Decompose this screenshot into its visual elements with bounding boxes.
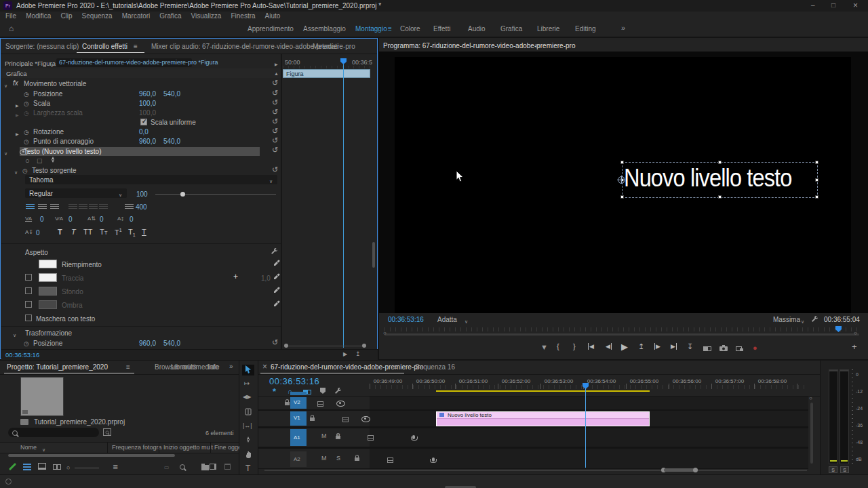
work-area-bar[interactable] <box>436 390 650 392</box>
stroke-eyedropper-icon[interactable] <box>273 273 280 281</box>
project-thumbnail[interactable] <box>20 377 64 416</box>
column-start[interactable]: Inizio oggetto mult <box>163 444 213 451</box>
baseline-shift-value[interactable]: 0 <box>36 229 40 237</box>
menu-visualizza[interactable]: Visualizza <box>191 12 222 20</box>
uniform-scale-checkbox[interactable] <box>140 119 147 125</box>
reset-rotation-icon[interactable] <box>272 127 278 136</box>
transform-position-x[interactable]: 960,0 <box>139 340 156 347</box>
all-caps-button[interactable]: TT <box>83 228 92 236</box>
text-layer-label[interactable]: Testo (Nuovo livello testo) <box>24 148 102 155</box>
slip-tool[interactable]: |↔| <box>243 422 252 429</box>
background-checkbox[interactable] <box>25 287 32 294</box>
workspace-overflow-icon[interactable] <box>621 24 625 32</box>
ellipse-tool-icon[interactable] <box>25 157 30 165</box>
v2-track-header[interactable]: V2 <box>290 397 307 409</box>
tab-libraries2[interactable]: Libraries <box>171 363 197 371</box>
anchor-x-value[interactable]: 960,0 <box>139 138 156 145</box>
meter-solo-left-button[interactable]: S <box>829 466 837 473</box>
a2-voiceover-mic-icon[interactable] <box>432 458 435 462</box>
motion-effect-label[interactable]: Movimento vettoriale <box>24 80 86 87</box>
reset-scale-width-icon[interactable] <box>272 108 278 117</box>
collapse-section-icon[interactable] <box>274 69 279 77</box>
background-color-swatch[interactable] <box>39 287 57 296</box>
justify-last-right-button[interactable] <box>89 204 98 210</box>
ecp-playhead-line[interactable] <box>343 64 344 348</box>
v1-track-header[interactable]: V1 <box>290 411 307 426</box>
align-right-button[interactable] <box>50 204 59 210</box>
v1-sync-lock-icon[interactable] <box>342 417 349 422</box>
tab-project[interactable]: Progetto: Tutorial_premiere_2020 <box>7 363 108 371</box>
faux-italic-button[interactable]: T <box>71 228 76 236</box>
ecp-play-effect-icon[interactable] <box>343 351 347 357</box>
faux-bold-button[interactable]: T <box>58 228 62 236</box>
handle-middle-right[interactable] <box>815 178 818 182</box>
pen-tool[interactable] <box>245 436 252 445</box>
ecp-zoom-handle-right[interactable] <box>362 344 366 348</box>
record-button[interactable]: ● <box>753 344 757 352</box>
a1-track-header[interactable]: A1 <box>290 429 307 446</box>
reset-transform-position-icon[interactable] <box>272 338 278 347</box>
export-frame-button[interactable] <box>719 344 728 352</box>
workspace-assemblaggio[interactable]: Assemblaggio <box>303 25 346 33</box>
program-zoom-select[interactable]: Adatta <box>437 316 457 323</box>
handle-top-left[interactable] <box>620 161 624 164</box>
a1-mute-button[interactable]: M <box>321 432 327 439</box>
justify-last-center-button[interactable] <box>79 204 87 210</box>
home-icon[interactable] <box>9 24 14 33</box>
tab-info[interactable]: Info <box>208 363 219 371</box>
program-current-timecode[interactable]: 00:36:53:16 <box>388 316 424 323</box>
mark-in-button[interactable]: { <box>557 342 559 350</box>
reset-position-icon[interactable] <box>272 89 278 98</box>
underline-button[interactable]: T <box>142 228 146 236</box>
tsume-value[interactable]: 0 <box>130 216 134 223</box>
ecp-mini-ruler[interactable] <box>283 66 370 68</box>
handle-bottom-left[interactable] <box>620 195 624 199</box>
a2-mute-button[interactable]: M <box>321 455 327 462</box>
motion-disclosure-icon[interactable] <box>4 81 7 89</box>
icon-view-button[interactable] <box>38 463 46 470</box>
font-size-slider[interactable] <box>155 194 276 195</box>
rectangle-tool-icon[interactable] <box>37 157 42 165</box>
tab-source-monitor[interactable]: Sorgente: (nessuna clip) <box>5 43 79 50</box>
tab-sequence-inactive[interactable]: Sequenza 16 <box>415 363 455 371</box>
search-bin-icon[interactable] <box>103 428 111 436</box>
background-eyedropper-icon[interactable] <box>273 287 280 295</box>
add-stroke-icon[interactable]: + <box>233 272 238 281</box>
a2-sync-lock-icon[interactable] <box>387 458 393 463</box>
menu-sequenza[interactable]: Sequenza <box>82 12 113 20</box>
timeline-clip[interactable]: Nuovo livello testo <box>436 411 650 426</box>
play-button[interactable]: ▶ <box>621 342 628 352</box>
scale-width-disclosure-icon[interactable] <box>16 110 19 118</box>
step-forward-button[interactable]: ▶ <box>654 343 660 350</box>
transform-position-stopwatch-icon[interactable] <box>24 340 29 347</box>
razor-tool[interactable] <box>245 408 252 417</box>
program-quality-select[interactable]: Massima <box>773 316 800 323</box>
menu-file[interactable]: File <box>5 12 16 20</box>
timeline-zoom-thumb[interactable] <box>664 468 695 472</box>
anchor-point-icon[interactable] <box>618 176 625 184</box>
menu-grafica[interactable]: Grafica <box>159 12 181 20</box>
timeline-playhead-line[interactable] <box>585 388 586 468</box>
new-item-button[interactable] <box>210 464 216 470</box>
ripple-edit-tool[interactable]: ◀▶ <box>243 394 251 400</box>
clip-name-field[interactable]: 67-riduzione-del-rumore-video-adobe-prem… <box>56 58 192 67</box>
workspace-apprendimento[interactable]: Apprendimento <box>248 25 294 33</box>
project-search-input[interactable] <box>8 428 99 437</box>
program-scrubber-ticks[interactable] <box>384 327 859 331</box>
fill-color-swatch[interactable] <box>39 260 57 268</box>
timeline-menu-icon[interactable] <box>394 363 398 371</box>
subscript-button[interactable]: T1 <box>128 228 136 237</box>
handle-top-center[interactable] <box>718 161 722 164</box>
program-settings-wrench-icon[interactable] <box>811 315 818 324</box>
program-menu-icon[interactable] <box>535 42 539 49</box>
a2-track-header[interactable]: A2 <box>290 451 307 467</box>
reset-scale-icon[interactable] <box>272 98 278 107</box>
reset-text-layer-icon[interactable] <box>272 146 278 155</box>
rotation-stopwatch-icon[interactable] <box>24 128 29 136</box>
shadow-eyedropper-icon[interactable] <box>273 300 280 308</box>
add-marker-button[interactable]: ▼ <box>540 343 548 351</box>
project-overflow-icon[interactable] <box>229 363 233 370</box>
timeline-timecode[interactable]: 00:36:53:16 <box>269 376 319 386</box>
master-clip-chevron-icon[interactable] <box>50 61 54 68</box>
next-keyframe-icon[interactable] <box>275 60 278 67</box>
